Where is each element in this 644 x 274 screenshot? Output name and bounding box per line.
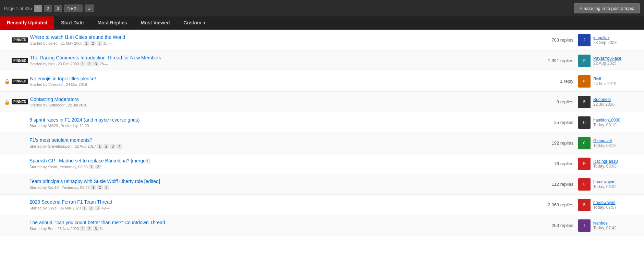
tab-start-date[interactable]: Start Date: [54, 16, 90, 29]
last-user[interactable]: lvanhoe: [593, 221, 617, 226]
topic-meta: Started by bira , 23 Feb 200312328—: [30, 61, 534, 66]
topic-page-link[interactable]: 2: [88, 206, 94, 210]
topic-title[interactable]: F1's most petulant moments?: [29, 137, 534, 143]
topic-meta: Started by Yoshi , Yesterday, 08:3612: [29, 164, 534, 169]
topic-page-link[interactable]: 3: [93, 226, 99, 231]
avatar: B: [578, 96, 591, 108]
topic-last: BButtoneer22 Jul 2016: [578, 96, 640, 108]
tab-custom[interactable]: Custom ▼: [177, 16, 213, 29]
last-user[interactable]: RacingFan10: [593, 159, 618, 164]
topic-page-link[interactable]: 1: [97, 144, 102, 149]
topic-replies: 1,391 replies: [534, 58, 578, 63]
topic-title[interactable]: Team principals unhappy with Susie Wolff…: [29, 179, 534, 184]
topic-row: PINNEDThe Racing Comments Introduction T…: [0, 50, 644, 71]
topic-page-link[interactable]: 1: [84, 41, 89, 46]
topic-page-link[interactable]: 3: [110, 144, 116, 149]
topic-meta-text: Started by djned , 21 May 2008: [30, 41, 83, 45]
last-user[interactable]: PayasYouRace: [593, 56, 621, 61]
topic-meta: Started by Graveltrappen , 22 Aug 201712…: [29, 144, 534, 149]
last-user[interactable]: Buttoneer: [593, 97, 615, 102]
topic-page-link[interactable]: 3: [95, 206, 100, 210]
topic-title[interactable]: The annual "can you count better than me…: [29, 220, 534, 225]
pinned-badge: PINNED: [12, 99, 28, 104]
last-info: lvanhoeToday, 07:42: [593, 221, 617, 230]
topic-last: BbrucewayneToday, 08:02: [578, 178, 640, 191]
last-user[interactable]: Glengavel: [593, 138, 617, 143]
topic-main: Team principals unhappy with Susie Wolff…: [29, 179, 534, 190]
topic-row: Team principals unhappy with Susie Wolff…: [0, 174, 644, 195]
topic-page-link[interactable]: 2: [104, 144, 109, 149]
avatar: P: [578, 55, 591, 67]
topic-meta: Started by Kao18 , Yesterday, 09:43123: [29, 185, 534, 190]
last-date: 24 Mar 2019: [593, 81, 616, 86]
page-2-button[interactable]: 2: [44, 5, 52, 12]
topic-page-link[interactable]: 1: [82, 206, 87, 210]
topic-main: Spanish GP : Madrid set to replace Barce…: [29, 158, 534, 169]
topic-meta-text: Started by Ali623 , Yesterday, 12:20: [29, 124, 89, 128]
topic-page-link[interactable]: 3: [97, 41, 102, 46]
topic-meta: Started by Vitesse2 , 24 Mar 2019: [30, 82, 534, 87]
topic-page-link[interactable]: 2: [95, 164, 101, 169]
topic-page-link[interactable]: 2: [86, 61, 92, 66]
last-info: Buttoneer22 Jul 2016: [593, 97, 615, 107]
topic-page-link[interactable]: 1: [90, 185, 96, 190]
topic-page-link[interactable]: 3: [104, 185, 109, 190]
page-3-button[interactable]: 3: [54, 5, 62, 12]
login-button[interactable]: Please log in to post a topic: [574, 3, 640, 13]
tab-recently-updated[interactable]: Recently Updated: [0, 16, 54, 29]
topic-title[interactable]: No emojis in topic titles please!: [30, 76, 534, 81]
last-info: brucewayneToday, 07:57: [593, 200, 617, 210]
topic-last: Hhamilton10000Today, 08:13: [578, 116, 640, 129]
topic-row: 2023 Scuderia Ferrari F1 Team ThreadStar…: [0, 195, 644, 215]
page-1-button[interactable]: 1: [34, 5, 42, 12]
last-user[interactable]: brucewayne: [593, 200, 617, 205]
tab-most-replies[interactable]: Most Replies: [90, 16, 134, 29]
topic-last: PPayasYouRace22 Aug 2023: [578, 55, 640, 67]
topic-main: Contacting ModeratorsStarted by Buttonee…: [30, 96, 534, 107]
topic-replies: 0 replies: [534, 99, 578, 104]
topic-title[interactable]: Contacting Moderators: [30, 96, 534, 102]
topic-row: 🔒PINNEDNo emojis in topic titles please!…: [0, 71, 644, 92]
pinned-badge: PINNED: [12, 58, 28, 63]
topic-last: BbrucewayneToday, 07:57: [578, 199, 640, 211]
last-user[interactable]: brucewayne: [593, 180, 617, 184]
topic-page-link[interactable]: 1: [80, 226, 85, 231]
topic-replies: 25 replies: [534, 120, 578, 125]
topic-main: 6 sprint races in F1 2024 (and maybe rev…: [29, 117, 534, 128]
topic-page-link[interactable]: 2: [90, 41, 96, 46]
topic-title[interactable]: 2023 Scuderia Ferrari F1 Team Thread: [29, 199, 534, 205]
topic-title[interactable]: The Racing Comments Introduction Thread …: [30, 55, 534, 60]
topic-row: 🔒PINNEDContacting ModeratorsStarted by B…: [0, 92, 644, 112]
last-date: Today, 08:03: [593, 164, 618, 169]
topic-main: 2023 Scuderia Ferrari F1 Team ThreadStar…: [29, 199, 534, 210]
topic-meta: Started by djned , 21 May 200812315—: [30, 41, 534, 46]
topic-meta-text: Started by bira , 23 Feb 2003: [30, 62, 79, 66]
avatar: R: [578, 75, 591, 88]
topic-page-link[interactable]: 4: [117, 144, 122, 149]
last-date: 22 Aug 2023: [593, 61, 621, 66]
next-button[interactable]: NEXT: [64, 4, 83, 12]
avatar: R: [578, 158, 591, 170]
avatar: B: [578, 199, 591, 211]
next-arrow-button[interactable]: »: [85, 4, 94, 12]
topic-meta-text: Started by Okyo , 05 Mar 2023: [29, 206, 81, 210]
topic-title[interactable]: 6 sprint races in F1 2024 (and maybe rev…: [29, 117, 534, 123]
topic-meta-text: Started by Yoshi , Yesterday, 08:36: [29, 165, 88, 169]
topic-page-link[interactable]: 2: [86, 226, 92, 231]
topic-replies: 263 replies: [534, 223, 578, 228]
topic-row: 6 sprint races in F1 2024 (and maybe rev…: [0, 112, 644, 133]
topic-title[interactable]: Where to watch f1 in Cities around the W…: [30, 34, 534, 40]
topic-title[interactable]: Spanish GP : Madrid set to replace Barce…: [29, 158, 534, 163]
topic-main: F1's most petulant moments?Started by Gr…: [29, 137, 534, 149]
last-user[interactable]: Risil: [593, 77, 616, 81]
last-user[interactable]: hamilton10000: [593, 118, 620, 123]
topic-page-link[interactable]: 1: [80, 61, 85, 66]
topic-replies: 112 replies: [534, 182, 578, 187]
topic-page-link[interactable]: 2: [97, 185, 102, 190]
topic-page-link[interactable]: 1: [89, 164, 94, 169]
tab-most-viewed[interactable]: Most Viewed: [134, 16, 177, 29]
last-user[interactable]: jonpollak: [593, 35, 617, 40]
topic-page-link[interactable]: 3: [93, 61, 99, 66]
avatar: J: [578, 34, 591, 46]
avatar: H: [578, 116, 591, 129]
